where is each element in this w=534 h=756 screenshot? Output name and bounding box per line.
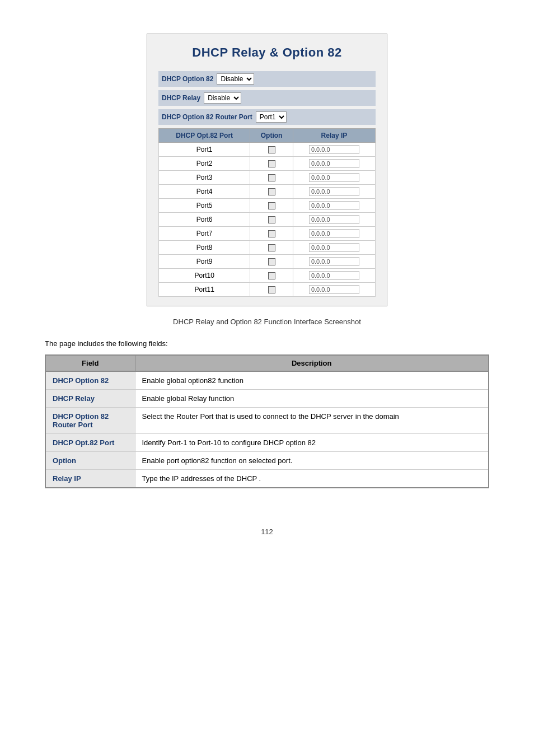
port-name: Port2: [159, 157, 250, 171]
relay-ip-input[interactable]: [309, 173, 359, 182]
fields-col1-header: Field: [45, 355, 135, 371]
relay-ip-cell: [293, 283, 375, 297]
port-name: Port4: [159, 185, 250, 199]
table-row: Port3: [159, 171, 376, 185]
option-checkbox[interactable]: [268, 160, 275, 167]
option-checkbox[interactable]: [268, 272, 275, 279]
option-cell: [250, 283, 293, 297]
port-name: Port6: [159, 213, 250, 227]
field-name-cell: DHCP Option 82 Router Port: [45, 408, 135, 434]
relay-ip-cell: [293, 185, 375, 199]
relay-ip-cell: [293, 143, 375, 157]
port-name: Port7: [159, 227, 250, 241]
option-checkbox[interactable]: [268, 258, 275, 265]
option-checkbox[interactable]: [268, 188, 275, 195]
field-desc-cell: Identify Port-1 to Port-10 to configure …: [135, 434, 489, 452]
table-row: Port9: [159, 255, 376, 269]
option-checkbox[interactable]: [268, 146, 275, 153]
dhcp-option82-row: DHCP Option 82 Disable Enable: [158, 71, 376, 87]
table-row: Port10: [159, 269, 376, 283]
option-cell: [250, 157, 293, 171]
page-content: DHCP Relay & Option 82 DHCP Option 82 Di…: [45, 34, 489, 536]
relay-ip-cell: [293, 171, 375, 185]
relay-ip-input[interactable]: [309, 159, 359, 168]
fields-row: DHCP Option 82Enable global option82 fun…: [45, 371, 489, 390]
relay-ip-input[interactable]: [309, 229, 359, 238]
fields-row: Relay IPType the IP addresses of the DHC…: [45, 470, 489, 488]
field-name-cell: DHCP Option 82: [45, 371, 135, 390]
option-checkbox[interactable]: [268, 216, 275, 223]
table-row: Port5: [159, 199, 376, 213]
port-name: Port5: [159, 199, 250, 213]
table-row: Port1: [159, 143, 376, 157]
page-title: DHCP Relay & Option 82: [158, 45, 376, 60]
field-desc-cell: Enable port option82 function on selecte…: [135, 452, 489, 470]
dhcp-relay-label: DHCP Relay: [162, 94, 200, 102]
option-cell: [250, 143, 293, 157]
port-name: Port10: [159, 269, 250, 283]
relay-ip-input[interactable]: [309, 145, 359, 154]
table-row: Port6: [159, 213, 376, 227]
fields-table: Field Description DHCP Option 82Enable g…: [45, 354, 489, 488]
screenshot-caption: DHCP Relay and Option 82 Function Interf…: [173, 318, 361, 326]
page-number: 112: [261, 511, 273, 536]
relay-ip-cell: [293, 255, 375, 269]
option-cell: [250, 227, 293, 241]
dhcp-router-port-select[interactable]: Port1 Port2: [256, 111, 287, 123]
field-name-cell: Option: [45, 452, 135, 470]
relay-ip-cell: [293, 269, 375, 283]
field-desc-cell: Enable global option82 function: [135, 371, 489, 390]
field-name-cell: DHCP Opt.82 Port: [45, 434, 135, 452]
relay-ip-input[interactable]: [309, 187, 359, 196]
table-row: Port8: [159, 241, 376, 255]
fields-row: DHCP Option 82 Router PortSelect the Rou…: [45, 408, 489, 434]
option-checkbox[interactable]: [268, 244, 275, 251]
relay-ip-input[interactable]: [309, 201, 359, 210]
field-desc-cell: Enable global Relay function: [135, 390, 489, 408]
port-name: Port8: [159, 241, 250, 255]
option-cell: [250, 213, 293, 227]
field-desc-cell: Select the Router Port that is used to c…: [135, 408, 489, 434]
dhcp-relay-select[interactable]: Disable Enable: [204, 92, 241, 104]
fields-row: OptionEnable port option82 function on s…: [45, 452, 489, 470]
option-cell: [250, 269, 293, 283]
option-checkbox[interactable]: [268, 230, 275, 237]
port-name: Port9: [159, 255, 250, 269]
relay-ip-input[interactable]: [309, 215, 359, 224]
col-option: Option: [250, 129, 293, 143]
port-name: Port3: [159, 171, 250, 185]
relay-ip-cell: [293, 227, 375, 241]
option-cell: [250, 255, 293, 269]
dhcp-router-port-row: DHCP Option 82 Router Port Port1 Port2: [158, 109, 376, 125]
table-row: Port11: [159, 283, 376, 297]
relay-ip-input[interactable]: [309, 271, 359, 280]
dhcp-relay-row: DHCP Relay Disable Enable: [158, 90, 376, 106]
option-cell: [250, 185, 293, 199]
dhcp-option82-label: DHCP Option 82: [162, 75, 213, 83]
fields-col2-header: Description: [135, 355, 489, 371]
relay-ip-cell: [293, 157, 375, 171]
field-name-cell: Relay IP: [45, 470, 135, 488]
relay-ip-input[interactable]: [309, 285, 359, 294]
port-name: Port1: [159, 143, 250, 157]
screenshot-box: DHCP Relay & Option 82 DHCP Option 82 Di…: [147, 34, 387, 306]
description-text: The page includes the following fields:: [45, 339, 168, 348]
col-port: DHCP Opt.82 Port: [159, 129, 250, 143]
relay-ip-cell: [293, 241, 375, 255]
option-checkbox[interactable]: [268, 202, 275, 209]
relay-ip-cell: [293, 199, 375, 213]
relay-ip-input[interactable]: [309, 243, 359, 252]
option-cell: [250, 199, 293, 213]
dhcp-option82-select[interactable]: Disable Enable: [217, 73, 254, 85]
field-desc-cell: Type the IP addresses of the DHCP .: [135, 470, 489, 488]
option-checkbox[interactable]: [268, 286, 275, 293]
fields-row: DHCP Opt.82 PortIdentify Port-1 to Port-…: [45, 434, 489, 452]
option-checkbox[interactable]: [268, 174, 275, 181]
relay-ip-input[interactable]: [309, 257, 359, 266]
fields-row: DHCP RelayEnable global Relay function: [45, 390, 489, 408]
dhcp-router-port-label: DHCP Option 82 Router Port: [162, 113, 252, 121]
option-cell: [250, 171, 293, 185]
table-row: Port2: [159, 157, 376, 171]
table-row: Port7: [159, 227, 376, 241]
port-table: DHCP Opt.82 Port Option Relay IP Port1Po…: [158, 128, 376, 297]
